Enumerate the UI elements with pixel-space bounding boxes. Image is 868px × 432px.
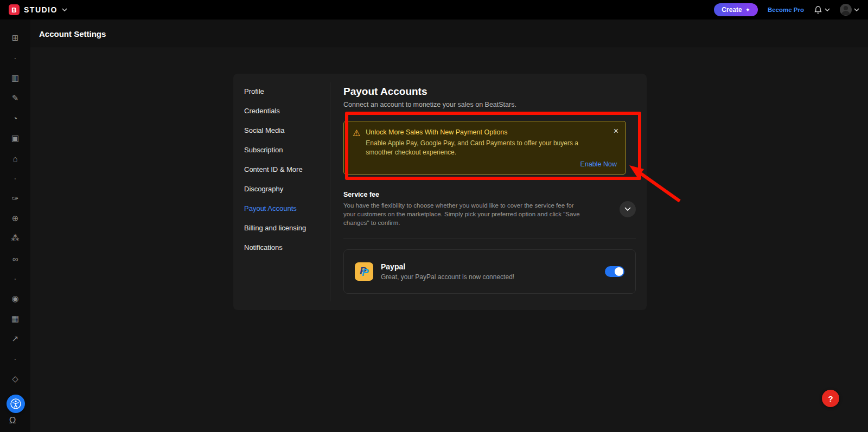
account-settings-card: Profile Credentials Social Media Subscri…: [233, 74, 647, 310]
section-dot: •: [10, 273, 21, 284]
paypal-card: P P Paypal Great, your PayPal account is…: [343, 249, 636, 294]
share-icon[interactable]: ↗: [10, 333, 21, 344]
sidebar: ⊞ • ▥ ✎ ◔ ▣ ⌂ • ✑ ⊕ ⁂ ∞ • ◉ ▦ ↗ • ◇: [0, 20, 30, 432]
avatar: [840, 4, 852, 16]
analytics-icon[interactable]: ▥: [10, 73, 21, 83]
nav-item-content-id[interactable]: Content ID & More: [244, 159, 330, 179]
close-icon[interactable]: ×: [614, 127, 618, 136]
section-dot: •: [10, 53, 21, 63]
section-dot: •: [10, 173, 21, 184]
account-menu[interactable]: [840, 4, 859, 16]
section-dot: •: [10, 353, 21, 364]
chevron-down-icon: [854, 8, 859, 11]
service-fee-title: Service fee: [343, 191, 593, 198]
service-fee-expand-button[interactable]: [620, 201, 636, 217]
nav-item-discography[interactable]: Discography: [244, 179, 330, 198]
settings-nav: Profile Credentials Social Media Subscri…: [233, 74, 330, 310]
nav-item-credentials[interactable]: Credentials: [244, 101, 330, 120]
payment-options-alert: ⚠ Unlock More Sales With New Payment Opt…: [343, 121, 626, 175]
page-title: Account Settings: [39, 29, 106, 38]
nav-item-social-media[interactable]: Social Media: [244, 120, 330, 140]
notifications-menu[interactable]: [814, 5, 830, 15]
section-divider: [343, 238, 636, 239]
paypal-logo-icon: P P: [355, 262, 373, 281]
create-button-label: Create: [722, 6, 742, 14]
paypal-toggle[interactable]: [605, 266, 624, 277]
records-icon[interactable]: ◉: [10, 293, 21, 304]
accessibility-person-icon: [10, 398, 21, 409]
marketplace-icon[interactable]: ⌂: [10, 153, 21, 164]
paypal-status-text: Great, your PayPal account is now connec…: [381, 273, 514, 281]
collaboration-icon[interactable]: ⁂: [10, 233, 21, 244]
performance-icon[interactable]: ◔: [10, 113, 21, 124]
nav-item-subscription[interactable]: Subscription: [244, 140, 330, 159]
content-editor-icon[interactable]: ✎: [10, 93, 21, 104]
help-button[interactable]: ?: [822, 390, 839, 407]
accessibility-button[interactable]: [7, 395, 25, 413]
headphones-support-icon[interactable]: Ω: [7, 415, 18, 426]
service-fee-row: Service fee You have the flexibility to …: [343, 191, 636, 228]
payout-accounts-section: Payout Accounts Connect an account to mo…: [330, 74, 647, 310]
paypal-title: Paypal: [381, 262, 514, 271]
nav-item-billing-licensing[interactable]: Billing and licensing: [244, 218, 330, 237]
media-icon[interactable]: ▦: [10, 313, 21, 324]
section-title: Payout Accounts: [343, 86, 636, 98]
page-header: Account Settings: [30, 20, 868, 48]
beatstars-logo-icon: B: [9, 4, 20, 15]
studio-label: STUDIO: [24, 5, 58, 14]
alert-title: Unlock More Sales With New Payment Optio…: [366, 128, 593, 136]
chevron-down-icon: [624, 207, 631, 211]
distribution-icon[interactable]: ∞: [10, 253, 21, 264]
toggle-knob: [615, 267, 623, 276]
alert-body: Enable Apple Pay, Google Pay, and Card P…: [366, 139, 593, 157]
publishing-icon[interactable]: ⊕: [10, 213, 21, 224]
nav-item-payout-accounts[interactable]: Payout Accounts: [244, 198, 330, 218]
brand-menu[interactable]: B STUDIO: [9, 4, 67, 15]
chevron-down-icon: [825, 8, 830, 11]
nav-item-notifications[interactable]: Notifications: [244, 237, 330, 257]
deals-tag-icon[interactable]: ◇: [10, 373, 21, 384]
create-button[interactable]: Create ✦: [714, 3, 758, 16]
service-fee-description: You have the flexibility to choose wheth…: [343, 201, 585, 228]
sparkle-icon: ✦: [745, 7, 750, 14]
payments-card-icon[interactable]: ▣: [10, 133, 21, 144]
bell-icon: [814, 5, 822, 15]
warning-icon: ⚠: [353, 128, 360, 157]
promote-icon[interactable]: ✑: [10, 193, 21, 204]
become-pro-link[interactable]: Become Pro: [768, 7, 804, 13]
top-bar: B STUDIO Create ✦ Become Pro: [0, 0, 868, 20]
chevron-down-icon: [62, 8, 67, 11]
section-subtitle: Connect an account to monetize your sale…: [343, 101, 636, 108]
dashboard-icon[interactable]: ⊞: [10, 33, 21, 43]
enable-now-link[interactable]: Enable Now: [353, 160, 617, 168]
paypal-p-front: P: [362, 267, 369, 279]
nav-item-profile[interactable]: Profile: [244, 81, 330, 101]
